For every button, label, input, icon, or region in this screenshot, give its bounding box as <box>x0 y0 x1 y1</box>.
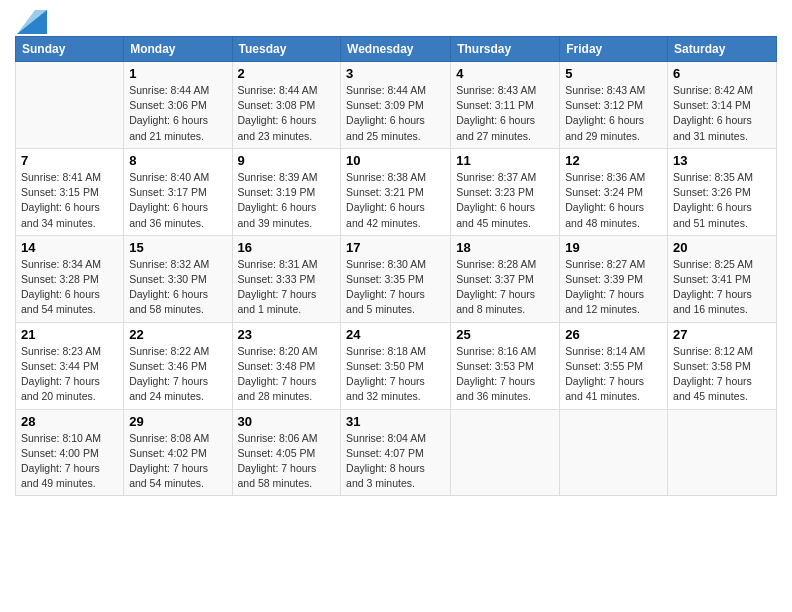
day-number: 27 <box>673 327 771 342</box>
main-container: SundayMondayTuesdayWednesdayThursdayFrid… <box>0 0 792 506</box>
calendar-cell: 24Sunrise: 8:18 AMSunset: 3:50 PMDayligh… <box>341 322 451 409</box>
day-info: Sunrise: 8:41 AMSunset: 3:15 PMDaylight:… <box>21 170 118 231</box>
calendar-cell: 16Sunrise: 8:31 AMSunset: 3:33 PMDayligh… <box>232 235 341 322</box>
calendar-cell: 1Sunrise: 8:44 AMSunset: 3:06 PMDaylight… <box>124 62 232 149</box>
logo-icon <box>17 10 47 34</box>
day-info: Sunrise: 8:18 AMSunset: 3:50 PMDaylight:… <box>346 344 445 405</box>
calendar-cell: 31Sunrise: 8:04 AMSunset: 4:07 PMDayligh… <box>341 409 451 496</box>
calendar-cell: 14Sunrise: 8:34 AMSunset: 3:28 PMDayligh… <box>16 235 124 322</box>
day-info: Sunrise: 8:08 AMSunset: 4:02 PMDaylight:… <box>129 431 226 492</box>
day-header-saturday: Saturday <box>668 37 777 62</box>
calendar-cell <box>668 409 777 496</box>
calendar-table: SundayMondayTuesdayWednesdayThursdayFrid… <box>15 36 777 496</box>
day-info: Sunrise: 8:28 AMSunset: 3:37 PMDaylight:… <box>456 257 554 318</box>
day-info: Sunrise: 8:35 AMSunset: 3:26 PMDaylight:… <box>673 170 771 231</box>
day-number: 20 <box>673 240 771 255</box>
calendar-cell: 22Sunrise: 8:22 AMSunset: 3:46 PMDayligh… <box>124 322 232 409</box>
day-number: 2 <box>238 66 336 81</box>
day-info: Sunrise: 8:34 AMSunset: 3:28 PMDaylight:… <box>21 257 118 318</box>
day-info: Sunrise: 8:12 AMSunset: 3:58 PMDaylight:… <box>673 344 771 405</box>
calendar-cell <box>560 409 668 496</box>
day-number: 21 <box>21 327 118 342</box>
svg-marker-1 <box>17 10 47 34</box>
day-number: 23 <box>238 327 336 342</box>
day-number: 17 <box>346 240 445 255</box>
calendar-cell: 12Sunrise: 8:36 AMSunset: 3:24 PMDayligh… <box>560 148 668 235</box>
day-info: Sunrise: 8:14 AMSunset: 3:55 PMDaylight:… <box>565 344 662 405</box>
day-number: 9 <box>238 153 336 168</box>
day-number: 19 <box>565 240 662 255</box>
day-number: 14 <box>21 240 118 255</box>
day-number: 24 <box>346 327 445 342</box>
day-number: 6 <box>673 66 771 81</box>
day-info: Sunrise: 8:27 AMSunset: 3:39 PMDaylight:… <box>565 257 662 318</box>
day-info: Sunrise: 8:39 AMSunset: 3:19 PMDaylight:… <box>238 170 336 231</box>
day-number: 28 <box>21 414 118 429</box>
calendar-cell: 17Sunrise: 8:30 AMSunset: 3:35 PMDayligh… <box>341 235 451 322</box>
day-info: Sunrise: 8:06 AMSunset: 4:05 PMDaylight:… <box>238 431 336 492</box>
calendar-cell: 2Sunrise: 8:44 AMSunset: 3:08 PMDaylight… <box>232 62 341 149</box>
day-number: 10 <box>346 153 445 168</box>
week-row-1: 1Sunrise: 8:44 AMSunset: 3:06 PMDaylight… <box>16 62 777 149</box>
day-info: Sunrise: 8:44 AMSunset: 3:09 PMDaylight:… <box>346 83 445 144</box>
week-row-5: 28Sunrise: 8:10 AMSunset: 4:00 PMDayligh… <box>16 409 777 496</box>
calendar-cell: 30Sunrise: 8:06 AMSunset: 4:05 PMDayligh… <box>232 409 341 496</box>
day-header-thursday: Thursday <box>451 37 560 62</box>
calendar-cell: 7Sunrise: 8:41 AMSunset: 3:15 PMDaylight… <box>16 148 124 235</box>
day-header-monday: Monday <box>124 37 232 62</box>
calendar-cell: 18Sunrise: 8:28 AMSunset: 3:37 PMDayligh… <box>451 235 560 322</box>
day-info: Sunrise: 8:31 AMSunset: 3:33 PMDaylight:… <box>238 257 336 318</box>
day-info: Sunrise: 8:20 AMSunset: 3:48 PMDaylight:… <box>238 344 336 405</box>
day-number: 1 <box>129 66 226 81</box>
day-info: Sunrise: 8:44 AMSunset: 3:08 PMDaylight:… <box>238 83 336 144</box>
week-row-4: 21Sunrise: 8:23 AMSunset: 3:44 PMDayligh… <box>16 322 777 409</box>
calendar-cell: 15Sunrise: 8:32 AMSunset: 3:30 PMDayligh… <box>124 235 232 322</box>
week-row-3: 14Sunrise: 8:34 AMSunset: 3:28 PMDayligh… <box>16 235 777 322</box>
calendar-cell: 3Sunrise: 8:44 AMSunset: 3:09 PMDaylight… <box>341 62 451 149</box>
day-info: Sunrise: 8:32 AMSunset: 3:30 PMDaylight:… <box>129 257 226 318</box>
calendar-cell: 28Sunrise: 8:10 AMSunset: 4:00 PMDayligh… <box>16 409 124 496</box>
calendar-cell: 25Sunrise: 8:16 AMSunset: 3:53 PMDayligh… <box>451 322 560 409</box>
calendar-cell: 27Sunrise: 8:12 AMSunset: 3:58 PMDayligh… <box>668 322 777 409</box>
day-number: 7 <box>21 153 118 168</box>
day-info: Sunrise: 8:43 AMSunset: 3:11 PMDaylight:… <box>456 83 554 144</box>
day-info: Sunrise: 8:22 AMSunset: 3:46 PMDaylight:… <box>129 344 226 405</box>
calendar-cell: 13Sunrise: 8:35 AMSunset: 3:26 PMDayligh… <box>668 148 777 235</box>
day-number: 12 <box>565 153 662 168</box>
day-number: 13 <box>673 153 771 168</box>
calendar-cell <box>451 409 560 496</box>
day-info: Sunrise: 8:25 AMSunset: 3:41 PMDaylight:… <box>673 257 771 318</box>
day-info: Sunrise: 8:43 AMSunset: 3:12 PMDaylight:… <box>565 83 662 144</box>
day-number: 3 <box>346 66 445 81</box>
day-header-wednesday: Wednesday <box>341 37 451 62</box>
day-number: 8 <box>129 153 226 168</box>
header <box>15 10 777 30</box>
calendar-cell: 8Sunrise: 8:40 AMSunset: 3:17 PMDaylight… <box>124 148 232 235</box>
calendar-cell <box>16 62 124 149</box>
day-number: 30 <box>238 414 336 429</box>
day-info: Sunrise: 8:23 AMSunset: 3:44 PMDaylight:… <box>21 344 118 405</box>
logo <box>15 10 47 30</box>
day-header-friday: Friday <box>560 37 668 62</box>
day-header-tuesday: Tuesday <box>232 37 341 62</box>
day-info: Sunrise: 8:40 AMSunset: 3:17 PMDaylight:… <box>129 170 226 231</box>
calendar-cell: 5Sunrise: 8:43 AMSunset: 3:12 PMDaylight… <box>560 62 668 149</box>
day-number: 16 <box>238 240 336 255</box>
calendar-cell: 21Sunrise: 8:23 AMSunset: 3:44 PMDayligh… <box>16 322 124 409</box>
day-info: Sunrise: 8:38 AMSunset: 3:21 PMDaylight:… <box>346 170 445 231</box>
day-number: 25 <box>456 327 554 342</box>
header-row: SundayMondayTuesdayWednesdayThursdayFrid… <box>16 37 777 62</box>
calendar-cell: 10Sunrise: 8:38 AMSunset: 3:21 PMDayligh… <box>341 148 451 235</box>
day-number: 29 <box>129 414 226 429</box>
calendar-cell: 20Sunrise: 8:25 AMSunset: 3:41 PMDayligh… <box>668 235 777 322</box>
day-info: Sunrise: 8:16 AMSunset: 3:53 PMDaylight:… <box>456 344 554 405</box>
day-header-sunday: Sunday <box>16 37 124 62</box>
day-info: Sunrise: 8:30 AMSunset: 3:35 PMDaylight:… <box>346 257 445 318</box>
day-number: 31 <box>346 414 445 429</box>
calendar-cell: 29Sunrise: 8:08 AMSunset: 4:02 PMDayligh… <box>124 409 232 496</box>
day-info: Sunrise: 8:10 AMSunset: 4:00 PMDaylight:… <box>21 431 118 492</box>
day-number: 22 <box>129 327 226 342</box>
calendar-cell: 6Sunrise: 8:42 AMSunset: 3:14 PMDaylight… <box>668 62 777 149</box>
day-info: Sunrise: 8:44 AMSunset: 3:06 PMDaylight:… <box>129 83 226 144</box>
day-info: Sunrise: 8:36 AMSunset: 3:24 PMDaylight:… <box>565 170 662 231</box>
